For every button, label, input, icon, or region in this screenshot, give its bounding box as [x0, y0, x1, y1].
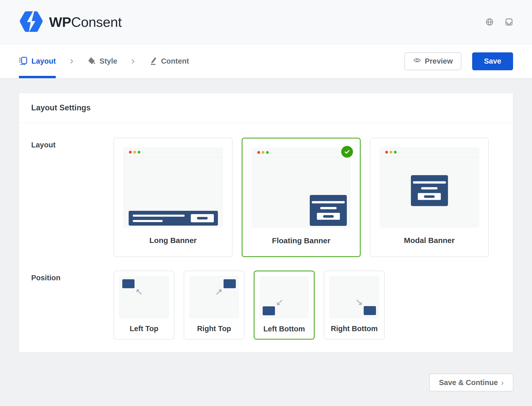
- arrow-down-right-icon: ↘: [355, 297, 363, 307]
- traffic-dot-yellow: [133, 151, 136, 154]
- traffic-dot-red: [257, 151, 260, 154]
- banner-button-shape: [191, 214, 214, 222]
- position-option-right-bottom[interactable]: ↘ Right Bottom: [324, 271, 385, 340]
- traffic-dot-green: [138, 151, 140, 154]
- traffic-dot-red: [385, 151, 388, 154]
- traffic-dot-green: [394, 151, 397, 154]
- layout-settings-panel: Layout Settings Layout: [19, 93, 513, 353]
- save-button-label: Save: [484, 57, 501, 65]
- traffic-dot-yellow: [262, 151, 264, 154]
- tab-style-label: Style: [99, 57, 117, 65]
- layout-row-label: Layout: [31, 138, 114, 257]
- arrow-up-left-icon: ↖: [135, 287, 143, 296]
- floating-banner-preview: [310, 195, 347, 226]
- preview-button-label: Preview: [425, 57, 453, 65]
- layout-setting-row: Layout: [31, 138, 501, 257]
- eye-icon: [413, 56, 421, 66]
- position-option-label: Left Bottom: [259, 325, 309, 333]
- position-option-right-top[interactable]: ↗ Right Top: [184, 271, 245, 340]
- tab-style[interactable]: Style: [87, 44, 117, 78]
- globe-icon[interactable]: [485, 18, 494, 26]
- layout-option-long-banner[interactable]: Long Banner: [114, 138, 232, 257]
- save-and-continue-button[interactable]: Save & Continue ›: [429, 374, 513, 391]
- position-option-label: Right Bottom: [329, 324, 379, 333]
- position-setting-row: Position ↖ Left Top ↗: [31, 271, 501, 340]
- preview-button[interactable]: Preview: [404, 52, 462, 70]
- banner-position-rect: [122, 279, 135, 288]
- browser-titlebar: [251, 147, 351, 158]
- tab-content-label: Content: [161, 57, 189, 65]
- banner-position-rect: [224, 279, 236, 288]
- layout-option-floating-banner[interactable]: Floating Banner: [242, 138, 361, 257]
- position-preview: ↙: [259, 276, 309, 319]
- brand-logo: WPConsent: [19, 11, 122, 33]
- position-option-left-top[interactable]: ↖ Left Top: [114, 271, 174, 340]
- app-header: WPConsent: [0, 0, 532, 44]
- chevron-right-icon: [130, 44, 136, 78]
- layout-option-modal-banner[interactable]: Modal Banner: [370, 138, 489, 257]
- browser-mockup: [123, 147, 223, 228]
- chevron-right-icon: ›: [501, 378, 504, 387]
- browser-titlebar: [123, 147, 223, 157]
- position-option-left-bottom[interactable]: ↙ Left Bottom: [254, 271, 315, 340]
- tab-layout-label: Layout: [31, 57, 56, 65]
- chevron-right-icon: [69, 44, 75, 78]
- banner-button-shape: [418, 193, 441, 200]
- position-preview: ↖: [119, 276, 169, 318]
- layout-option-label: Long Banner: [123, 236, 223, 245]
- layout-option-label: Modal Banner: [379, 236, 479, 245]
- position-preview: ↗: [189, 276, 239, 318]
- paint-bucket-icon: [87, 57, 96, 66]
- tab-bar: Layout Style Content: [0, 44, 532, 78]
- footer-actions: Save & Continue ›: [19, 353, 513, 391]
- layout-option-label: Floating Banner: [251, 236, 351, 245]
- modal-banner-preview: [411, 175, 448, 206]
- selected-check-icon: [341, 146, 353, 158]
- layout-icon: [19, 56, 28, 66]
- long-banner-preview: [129, 211, 218, 226]
- banner-position-rect: [364, 306, 376, 315]
- pencil-icon: [149, 57, 157, 66]
- tab-content[interactable]: Content: [149, 44, 189, 78]
- traffic-dot-red: [129, 151, 132, 154]
- traffic-dot-yellow: [390, 151, 392, 154]
- main-content: Layout Settings Layout: [0, 78, 532, 391]
- tab-layout[interactable]: Layout: [19, 44, 56, 78]
- arrow-down-left-icon: ↙: [276, 298, 283, 307]
- save-and-continue-label: Save & Continue: [439, 378, 498, 387]
- wpconsent-logo-icon: [19, 11, 43, 33]
- panel-title: Layout Settings: [19, 93, 513, 123]
- browser-mockup: [251, 147, 351, 228]
- arrow-up-right-icon: ↗: [215, 287, 223, 296]
- position-preview: ↘: [329, 276, 379, 318]
- inbox-icon[interactable]: [505, 18, 513, 26]
- brand-name: WPConsent: [49, 14, 122, 30]
- save-button[interactable]: Save: [472, 52, 513, 70]
- position-option-label: Right Top: [189, 324, 239, 333]
- banner-position-rect: [263, 306, 275, 315]
- position-row-label: Position: [31, 271, 114, 340]
- browser-mockup: [379, 147, 479, 228]
- traffic-dot-green: [266, 151, 269, 154]
- position-option-label: Left Top: [119, 324, 169, 333]
- banner-button-shape: [317, 213, 340, 220]
- browser-titlebar: [379, 147, 479, 157]
